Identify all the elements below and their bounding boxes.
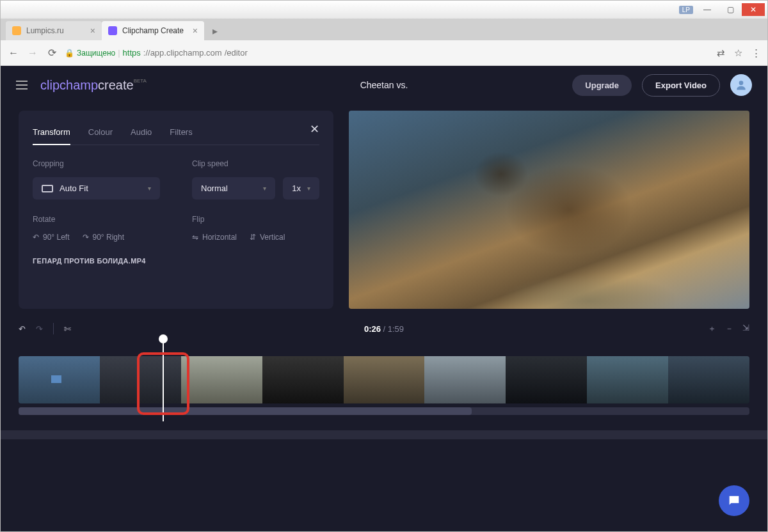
- nav-forward-icon[interactable]: →: [26, 47, 39, 59]
- scissors-icon[interactable]: ✄: [64, 324, 71, 334]
- cropping-value: Auto Fit: [60, 184, 88, 193]
- chevron-down-icon: ▾: [307, 185, 310, 192]
- clip-thumbnail[interactable]: [424, 356, 506, 403]
- panel-tabs: Transform Colour Audio Filters: [33, 127, 319, 145]
- viewport-scrollbar[interactable]: [1, 430, 767, 439]
- upgrade-button[interactable]: Upgrade: [572, 75, 632, 96]
- flip-vertical-button[interactable]: ⇵Vertical: [250, 233, 285, 242]
- zoom-out-icon[interactable]: －: [725, 323, 733, 334]
- lock-icon: 🔒: [65, 49, 74, 58]
- undo-icon[interactable]: ↶: [19, 324, 26, 334]
- user-avatar[interactable]: [730, 74, 752, 96]
- export-video-button[interactable]: Export Video: [642, 74, 720, 97]
- logo-badge: BETA: [134, 78, 147, 84]
- tab-transform[interactable]: Transform: [33, 127, 70, 137]
- app-header: clipchampcreateBETA Cheetan vs. Upgrade …: [1, 66, 767, 104]
- window-titlebar: LP — ▢ ✕: [1, 1, 767, 19]
- clip-thumbnail[interactable]: [506, 356, 587, 403]
- zoom-fit-icon[interactable]: ⇲: [742, 323, 749, 334]
- tab-title: Lumpics.ru: [26, 26, 64, 35]
- flip-label: Flip: [192, 215, 319, 224]
- clip-thumbnail[interactable]: [100, 356, 181, 403]
- rotate-left-icon: ↶: [33, 233, 39, 242]
- url-path: /editor: [225, 48, 248, 58]
- clip-thumbnail[interactable]: [587, 356, 668, 403]
- speed-value: Normal: [201, 184, 228, 193]
- browser-addressbar: ← → ⟳ 🔒 Защищено | https://app.clipchamp…: [1, 40, 767, 66]
- chevron-down-icon: ▾: [148, 185, 151, 192]
- tab-audio[interactable]: Audio: [131, 127, 152, 137]
- video-preview[interactable]: [349, 111, 749, 309]
- menu-hamburger-icon[interactable]: [16, 81, 28, 90]
- user-badge: LP: [679, 6, 693, 14]
- tab-close-icon[interactable]: ×: [90, 26, 95, 36]
- app-logo: clipchampcreateBETA: [40, 78, 147, 93]
- flip-horizontal-button[interactable]: ⇋Horizontal: [192, 233, 237, 242]
- tab-filters[interactable]: Filters: [170, 127, 192, 137]
- rotate-left-text: 90° Left: [43, 233, 70, 242]
- url-field[interactable]: 🔒 Защищено | https://app.clipchamp.com/e…: [65, 48, 248, 58]
- user-icon: [735, 79, 748, 91]
- chat-support-button[interactable]: [719, 485, 749, 516]
- bookmark-star-icon[interactable]: ☆: [734, 47, 742, 59]
- tab-title: Clipchamp Create: [122, 26, 184, 35]
- nav-back-icon[interactable]: ←: [7, 47, 20, 59]
- browser-tabstrip: Lumpics.ru × Clipchamp Create × ▸: [1, 19, 767, 40]
- app-viewport: clipchampcreateBETA Cheetan vs. Upgrade …: [1, 66, 767, 531]
- flip-v-icon: ⇵: [250, 233, 256, 242]
- speed-dropdown[interactable]: Normal ▾: [192, 177, 275, 199]
- timeline[interactable]: [1, 338, 767, 430]
- clip-thumbnail[interactable]: [262, 356, 344, 403]
- timeline-scrollbar[interactable]: [19, 407, 749, 415]
- timeline-track[interactable]: [19, 356, 749, 403]
- toolbar-separator: [53, 323, 54, 334]
- url-proto: https: [123, 48, 141, 58]
- favicon-lumpics-icon: [12, 26, 21, 35]
- browser-tab-clipchamp[interactable]: Clipchamp Create ×: [102, 21, 204, 40]
- logo-part1: clipchamp: [40, 78, 98, 92]
- clip-thumbnail[interactable]: [181, 356, 262, 403]
- redo-icon[interactable]: ↷: [36, 324, 43, 334]
- cropping-dropdown[interactable]: Auto Fit ▾: [33, 177, 160, 199]
- cropping-label: Cropping: [33, 159, 160, 168]
- flip-h-text: Horizontal: [202, 233, 237, 242]
- tab-colour[interactable]: Colour: [88, 127, 113, 137]
- rotate-left-button[interactable]: ↶90° Left: [33, 233, 70, 242]
- chat-icon: [727, 494, 741, 508]
- time-current: 0:26: [364, 324, 381, 334]
- tab-close-icon[interactable]: ×: [193, 26, 198, 36]
- logo-part2: create: [98, 78, 134, 92]
- clip-thumbnail[interactable]: [19, 356, 100, 403]
- timeline-timecode: 0:26 / 1:59: [364, 324, 404, 334]
- window-minimize-button[interactable]: —: [696, 3, 719, 16]
- speed-multiplier-dropdown[interactable]: 1x ▾: [283, 177, 319, 199]
- time-sep: /: [381, 324, 388, 334]
- flip-v-text: Vertical: [260, 233, 285, 242]
- svg-point-0: [739, 81, 744, 85]
- time-duration: 1:59: [388, 324, 404, 334]
- rotate-right-text: 90° Right: [93, 233, 125, 242]
- autofit-icon: [42, 185, 53, 192]
- project-title[interactable]: Cheetan vs.: [360, 80, 408, 90]
- secure-label: Защищено: [77, 49, 115, 58]
- window-maximize-button[interactable]: ▢: [719, 3, 742, 16]
- browser-tab-lumpics[interactable]: Lumpics.ru ×: [6, 21, 102, 40]
- clip-thumbnail[interactable]: [344, 356, 425, 403]
- browser-menu-icon[interactable]: ⋮: [751, 47, 761, 59]
- zoom-in-icon[interactable]: ＋: [708, 323, 716, 334]
- rotate-right-button[interactable]: ↷90° Right: [83, 233, 125, 242]
- edit-panel: ✕ Transform Colour Audio Filters Croppin…: [19, 111, 333, 309]
- flip-h-icon: ⇋: [192, 233, 198, 242]
- new-tab-button[interactable]: ▸: [208, 24, 222, 38]
- playhead[interactable]: [163, 338, 164, 421]
- nav-reload-icon[interactable]: ⟳: [45, 47, 58, 59]
- rotate-right-icon: ↷: [83, 233, 89, 242]
- favicon-clipchamp-icon: [108, 26, 117, 35]
- clip-filename: ГЕПАРД ПРОТИВ БОЛИДА.MP4: [33, 257, 319, 265]
- clip-thumbnail[interactable]: [668, 356, 749, 403]
- translate-icon[interactable]: ⇄: [717, 47, 725, 59]
- panel-close-icon[interactable]: ✕: [310, 122, 319, 136]
- chevron-down-icon: ▾: [263, 185, 266, 192]
- window-close-button[interactable]: ✕: [742, 3, 765, 16]
- rotate-label: Rotate: [33, 215, 160, 224]
